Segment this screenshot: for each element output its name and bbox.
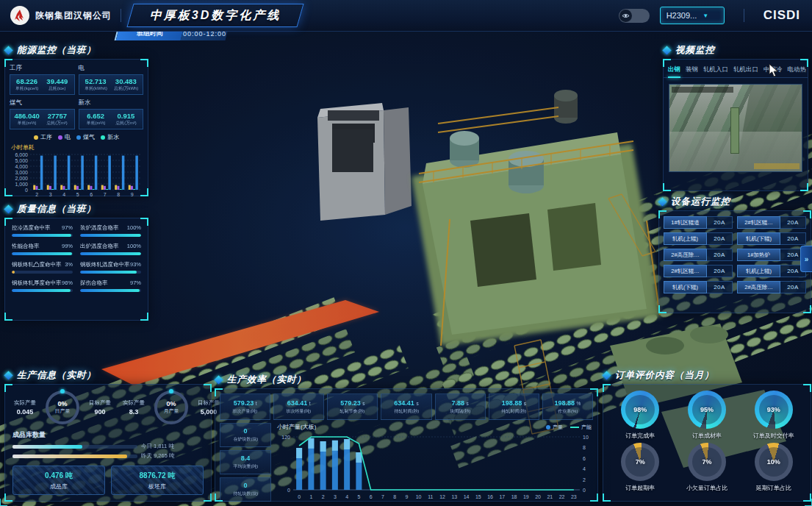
monthly-output-group: 实际产量8.30%月产量目标产量5,000 — [117, 391, 226, 424]
hourly-chart-title: 小时产量(大板) — [277, 423, 316, 431]
efficiency-stat-value: 579.23 s — [340, 399, 364, 407]
equipment-name: 1#加热炉 — [737, 249, 780, 261]
svg-text:3,000: 3,000 — [15, 170, 28, 175]
equipment-chip[interactable]: 2#高压除…20A — [737, 281, 806, 293]
quality-metric-value: 100% — [127, 224, 141, 231]
equipment-chip[interactable]: 轧机(下辊)20A — [664, 281, 733, 293]
quality-progress-track — [80, 271, 141, 274]
svg-text:0: 0 — [287, 488, 290, 493]
energy-stat: 68.226单耗(kgce/t) — [12, 77, 42, 92]
equipment-chip[interactable]: 1#轧区辊道20A — [664, 216, 733, 229]
quality-metric: 探伤合格率97% — [80, 279, 141, 292]
energy-value: 0.915 — [111, 112, 141, 120]
order-donut-grid: 98%订单完成率95%订单成材率93%订单及时交付率7%订单超期率7%小欠量订单… — [603, 385, 811, 498]
quality-metric: 装炉温度合格率100% — [80, 224, 141, 237]
camera-tab-中间冷[interactable]: 中间冷 — [764, 64, 783, 77]
visibility-toggle[interactable] — [619, 9, 650, 23]
equipment-chip[interactable]: 轧机(上辊)20A — [737, 265, 806, 277]
quality-panel: 质量信息（当班） 控冷温度命中率97%装炉温度合格率100%性能合格率99%出炉… — [4, 218, 148, 321]
energy-stat: 0.915总耗(万m³) — [111, 112, 141, 126]
equipment-current-value: 20A — [707, 249, 733, 261]
svg-text:16: 16 — [487, 494, 493, 499]
camera-tab-轧机入口[interactable]: 轧机入口 — [703, 64, 728, 77]
equipment-chip[interactable]: 2#轧区辊…20A — [664, 265, 733, 277]
order-donut-label: 订单完成率 — [625, 432, 655, 440]
ring-percent: 0% — [57, 400, 67, 407]
quality-progress-track — [80, 289, 141, 292]
svg-text:2: 2 — [583, 477, 586, 482]
company-logo-icon — [10, 6, 29, 25]
energy-value: 52.713 — [81, 77, 111, 85]
energy-unit: 单耗(kWh/t) — [82, 85, 109, 91]
quality-progress-fill — [80, 234, 141, 237]
efficiency-stat-tile: 634.41 s待轧时间(秒) — [381, 393, 431, 420]
quality-metric-value: 99% — [62, 243, 73, 249]
quality-metric-value: 93% — [130, 261, 141, 268]
efficiency-stat-tile: 7.88 s块间隔(秒) — [435, 393, 486, 420]
order-donut-ring: 10% — [755, 443, 793, 481]
quality-metric-row: 装炉温度合格率100% — [80, 224, 141, 232]
svg-text:11: 11 — [428, 494, 433, 499]
legend-label: 新水 — [107, 133, 119, 141]
efficiency-stat-label: 纯轧时间(秒) — [501, 408, 526, 414]
efficiency-side-tile: 0在炉块数(块) — [220, 423, 271, 447]
camera-tab-轧机出口[interactable]: 轧机出口 — [733, 64, 758, 77]
inventory-bar-fill — [12, 455, 127, 458]
inventory-bar-label: 今日 1,811 吨 — [141, 443, 174, 450]
legend-dot-icon — [546, 425, 550, 430]
corner-bracket — [658, 305, 667, 313]
svg-text:10: 10 — [583, 435, 589, 440]
energy-group-box: 52.713单耗(kWh/t)30.483总耗(万kWh) — [79, 74, 144, 95]
svg-text:22: 22 — [559, 494, 565, 499]
corner-bracket — [215, 493, 223, 502]
equipment-chip[interactable]: 轧机(上辊)20A — [664, 232, 733, 245]
quality-progress-track — [80, 234, 141, 237]
quality-metric-value: 3% — [65, 261, 73, 268]
order-donut-ring: 7% — [621, 443, 659, 481]
energy-unit: 总耗(万m³) — [112, 120, 140, 126]
inventory-card[interactable]: 8876.72 吨板坯库 — [111, 466, 204, 495]
efficiency-panel-title: 生产效率（实时） — [227, 374, 306, 386]
equipment-chip[interactable]: 2#轧区辊…20A — [737, 216, 806, 229]
camera-tab-装钢[interactable]: 装钢 — [686, 64, 698, 77]
equipment-chip[interactable]: 轧机(下辊)20A — [737, 232, 806, 245]
heat-number-select[interactable]: H2309... ▼ — [660, 7, 725, 24]
energy-stat: 39.449总耗(tce) — [42, 77, 72, 92]
efficiency-side-value: 0 — [243, 482, 247, 489]
svg-text:17: 17 — [499, 494, 505, 499]
energy-stat: 52.713单耗(kWh/t) — [81, 77, 111, 92]
stat-label: 实际产量 — [8, 399, 42, 407]
equipment-chip[interactable]: 1#加热炉20A — [737, 249, 806, 261]
inventory-bar-row: 今日 1,811 吨 — [12, 443, 204, 450]
cisdi-logo: CISDI — [764, 8, 800, 23]
inventory-card[interactable]: 0.476 吨成品库 — [12, 466, 105, 495]
stat-value: 900 — [83, 408, 117, 416]
quality-metric: 钢板终轧温度命中率93% — [80, 261, 141, 274]
efficiency-stat-label: 班次坯量(吨) — [287, 408, 312, 414]
svg-text:6: 6 — [583, 456, 586, 461]
legend-item: 产能 — [570, 424, 592, 431]
legend-item: 产量 — [546, 424, 563, 431]
quality-progress-fill — [12, 252, 72, 255]
hourly-output-chart: 1200024681001234567891011121314151617181… — [274, 431, 594, 502]
corner-bracket — [803, 384, 811, 392]
cctv-thumbnail[interactable] — [669, 84, 802, 172]
energy-stat: 6.652单耗(m³/t) — [81, 112, 111, 126]
double-chevron-icon: » — [805, 255, 809, 263]
svg-text:8: 8 — [583, 445, 586, 450]
energy-unit: 单耗(m³/t) — [82, 120, 109, 126]
svg-text:18: 18 — [511, 494, 517, 499]
equipment-chip[interactable]: 2#高压除…20A — [664, 249, 733, 261]
corner-bracket — [658, 210, 667, 218]
energy-group-box: 6.652单耗(m³/t)0.915总耗(万m³) — [79, 109, 144, 129]
panel-diamond-icon — [4, 46, 13, 55]
panel-collapse-handle[interactable]: » — [800, 246, 812, 272]
energy-group-box: 68.226单耗(kgce/t)39.449总耗(tce) — [10, 74, 75, 95]
panel-diamond-icon — [4, 371, 13, 380]
equipment-current-value: 20A — [780, 216, 806, 229]
quality-metric-label: 钢板终轧厚度命中率 — [12, 279, 62, 287]
energy-panel-title: 能源监控（当班） — [17, 44, 96, 57]
legend-line-icon — [570, 427, 579, 428]
efficiency-side-tile: 8.4平均块重(吨) — [220, 450, 271, 474]
quality-metric-row: 性能合格率99% — [12, 243, 73, 250]
